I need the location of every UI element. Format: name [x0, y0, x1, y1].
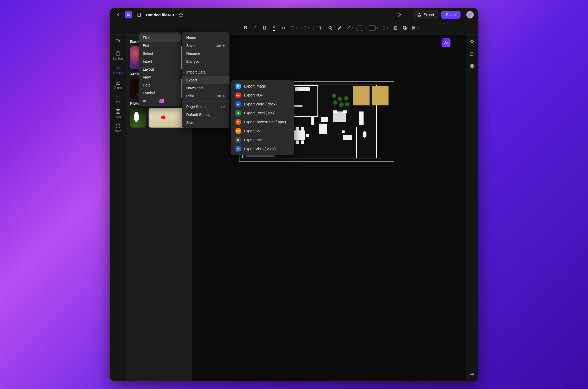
sidebar-item-more[interactable]: More [111, 121, 125, 135]
svg-file-icon: SVG [236, 128, 241, 134]
line-height-button[interactable]: ▼ [300, 24, 311, 32]
export-item-svg[interactable]: SVGExport SVG [231, 127, 294, 135]
share-button[interactable]: Share [441, 11, 460, 19]
file-icon [135, 11, 143, 18]
svg-marker-4 [179, 13, 183, 17]
app-window: Untitled file413 Export Share B I U A ▼ [110, 8, 478, 381]
menu-item-encrypt[interactable]: Encrypt [182, 57, 229, 65]
shortcut-label: Ctrl+P [216, 94, 225, 98]
export-item-word[interactable]: WExport Word (.docx) [231, 100, 294, 109]
connector-button[interactable]: ▼ [345, 24, 355, 32]
bold-button[interactable]: B [241, 24, 250, 32]
menu-item-file[interactable]: File› [139, 34, 181, 42]
export-item-html[interactable]: HExport Html [231, 135, 294, 144]
chevron-right-icon: › [175, 76, 177, 79]
menu-item-layout[interactable]: Layout› [139, 65, 181, 73]
layers-icon[interactable] [468, 370, 476, 378]
fill-color-button[interactable] [326, 24, 334, 32]
svg-rect-52 [473, 67, 474, 68]
picture-thumb[interactable] [130, 108, 146, 128]
text-size-button[interactable] [279, 24, 288, 32]
export-submenu: ◳Export ImagePDFExport PDFWExport Word (… [231, 80, 294, 155]
line-style-button[interactable]: ▼ [356, 24, 367, 32]
back-button[interactable] [114, 11, 122, 18]
export-item-visio[interactable]: VExport Visio (.vsdx) [231, 144, 294, 153]
svg-point-37 [116, 124, 117, 125]
export-item-label: Export Html [244, 138, 289, 142]
menu-item-insert[interactable]: Insert› [139, 57, 181, 65]
menu-item-star[interactable]: Star [182, 119, 229, 127]
ppt-file-icon: P [236, 119, 241, 125]
sidebar-item-text[interactable]: Text [111, 92, 125, 106]
visio-file-icon: V [236, 146, 241, 152]
play-button[interactable] [395, 11, 403, 19]
menu-item-help[interactable]: Help› [139, 81, 181, 89]
menu-item-rename[interactable]: Rename [182, 50, 229, 57]
svg-rect-51 [470, 67, 472, 68]
sidebar-item-graphs[interactable]: Graphs [111, 78, 125, 91]
avatar[interactable] [466, 11, 474, 18]
menu-item-print[interactable]: PrintCtrl+P [182, 92, 229, 100]
menu-item-symbol[interactable]: Symbol› [139, 89, 181, 97]
svg-point-36 [117, 110, 119, 113]
menu-item-view[interactable]: View› [139, 73, 181, 81]
chevron-right-icon: › [224, 79, 225, 82]
list-button[interactable]: ▼ [380, 24, 390, 32]
menu-item-ai[interactable]: AI› [139, 97, 181, 105]
shortcut-label: F6 [221, 105, 225, 109]
export-item-xls[interactable]: XExport Excel (.xlsx) [231, 109, 294, 118]
menu-item-home[interactable]: Home [182, 34, 229, 42]
italic-button[interactable]: I [251, 24, 259, 32]
duplicate-button[interactable] [401, 24, 409, 32]
picture-thumb[interactable] [149, 108, 185, 128]
app-badge-icon[interactable] [442, 38, 450, 47]
export-item-ppt[interactable]: PExport PowerPoint (.pptx) [231, 118, 294, 127]
favorite-button[interactable] [177, 11, 185, 18]
sidebar-item-pictures[interactable]: Pictures [111, 63, 125, 77]
svg-rect-22 [394, 26, 397, 30]
svg-point-19 [382, 27, 382, 27]
svg-marker-5 [398, 13, 401, 16]
svg-rect-3 [138, 13, 141, 17]
xls-file-icon: X [236, 110, 241, 116]
align-objects-button[interactable]: ▼ [410, 24, 421, 32]
insert-panel-icon[interactable] [468, 50, 476, 58]
pen-button[interactable] [335, 24, 344, 32]
undo-button[interactable] [114, 36, 122, 45]
export-item-pdf[interactable]: PDFExport PDF [231, 91, 294, 100]
underline-button[interactable]: U [260, 24, 269, 32]
menu-item-save[interactable]: SaveCtrl+S [182, 42, 229, 50]
document-title[interactable]: Untitled file413 [146, 13, 174, 17]
menu-item-select[interactable]: Select› [139, 50, 181, 57]
frame-button[interactable] [391, 24, 400, 32]
main-menu-button[interactable] [125, 11, 132, 18]
svg-point-38 [118, 124, 119, 125]
menu-item-import-data[interactable]: Import Data [182, 68, 229, 76]
svg-rect-35 [116, 110, 120, 114]
export-item-label: Export PDF [244, 93, 289, 97]
menu-item-page-setup[interactable]: Page SetupF6 [182, 103, 229, 111]
svg-rect-24 [404, 27, 406, 30]
export-item-label: Export Image [244, 84, 289, 88]
file-menu: HomeSaveCtrl+SRenameEncryptImport DataEx… [182, 32, 229, 128]
grid-icon[interactable] [468, 62, 476, 70]
menu-item-edit[interactable]: Edit› [139, 42, 181, 50]
chevron-right-icon: › [175, 84, 177, 87]
font-color-button[interactable]: A [270, 24, 278, 32]
align-button[interactable]: ▼ [289, 24, 299, 32]
export-item-img[interactable]: ◳Export Image [231, 82, 294, 91]
left-rail: Symbols Pictures Graphs Text Icons More [110, 35, 126, 381]
chevron-right-icon: › [175, 68, 177, 71]
sidebar-item-symbols[interactable]: Symbols [111, 49, 125, 62]
paint-bucket-icon[interactable] [468, 38, 476, 46]
svg-rect-28 [413, 28, 414, 29]
rail-label: Text [116, 101, 120, 104]
menu-item-default-setting[interactable]: Default Setting [182, 111, 229, 119]
text-tool-button[interactable] [316, 24, 325, 32]
line-weight-button[interactable]: ▼ [368, 24, 379, 32]
pdf-file-icon: PDF [236, 93, 241, 98]
sidebar-item-icons[interactable]: Icons [111, 107, 125, 120]
menu-item-export[interactable]: Export› [182, 76, 229, 84]
export-button[interactable]: Export [413, 11, 438, 19]
menu-item-download[interactable]: Download [182, 84, 229, 92]
